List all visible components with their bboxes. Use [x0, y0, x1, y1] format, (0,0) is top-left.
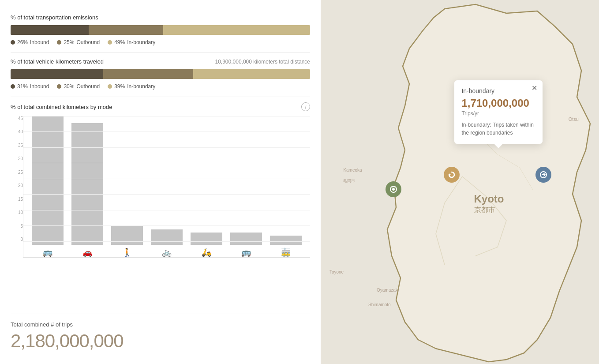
- bar-tram-fill: [270, 236, 302, 245]
- map-label-otsu: Otsu: [569, 116, 579, 122]
- grid-40: [23, 131, 310, 132]
- map-panel: Kyoto 京都市 Kameoka 亀岡市 Toyone Oyamazaki S…: [321, 0, 599, 364]
- vkt-outbound-dot: [57, 84, 61, 89]
- y-label-0: 0: [11, 237, 23, 242]
- grid-15: [23, 210, 310, 210]
- y-label-45: 45: [11, 116, 23, 121]
- bar-bus-icon: 🚌: [43, 248, 52, 257]
- tooltip-unit: Trips/yr: [461, 110, 535, 116]
- outbound-pct: 25%: [64, 39, 74, 45]
- map-label-kameoka-en: Kameoka: [343, 168, 362, 173]
- inboundary-icon: [448, 171, 456, 179]
- map-label-shimamoto: Shimamoto: [368, 302, 391, 307]
- tooltip-popup: ✕ In-boundary 1,710,000,000 Trips/yr In-…: [454, 80, 543, 144]
- inboundary-marker[interactable]: [444, 167, 460, 183]
- bar-car-fill: [71, 123, 103, 245]
- vkt-inbound-label: Inbound: [30, 83, 49, 90]
- bar-moto: 🛵: [187, 116, 226, 257]
- bar-bus: 🚌: [28, 116, 67, 257]
- vkt-inboundary-label: In-boundary: [127, 83, 155, 90]
- vkt-inboundary-dot: [108, 84, 112, 89]
- bar-bike-icon: 🚲: [162, 248, 172, 257]
- outbound-marker[interactable]: [535, 167, 551, 183]
- inbound-icon: [389, 185, 397, 193]
- map-city-label: Kyoto 京都市: [474, 193, 504, 214]
- bars-container: 🚌 🚗 🚶 🚲: [23, 116, 310, 258]
- trips-section: Total combined # of trips 2,180,000,000: [11, 314, 310, 355]
- vkt-inbound-dot: [11, 84, 15, 89]
- inbound-label: Inbound: [30, 39, 49, 45]
- y-label-5: 5: [11, 224, 23, 229]
- map-label-oyamazaki: Oyamazaki: [377, 288, 399, 293]
- tooltip-type: In-boundary: [461, 87, 535, 94]
- emissions-bar: [11, 25, 310, 35]
- vkt-section: % of total vehicle kilometers traveled 1…: [11, 53, 310, 97]
- emissions-outbound-bar: [89, 25, 164, 35]
- bar-tram-icon: 🚋: [281, 248, 291, 257]
- grid-45: [23, 116, 310, 116]
- grid-20: [23, 194, 310, 195]
- tooltip-number: 1,710,000,000: [461, 97, 535, 109]
- emissions-title: % of total transportation emissions: [11, 14, 310, 21]
- legend-inboundary: 49% In-boundary: [108, 39, 155, 45]
- bar-moto-fill: [191, 233, 222, 245]
- vkt-inbound-pct: 31%: [17, 83, 28, 90]
- y-label-25: 25: [11, 170, 23, 175]
- chart-header: % of total combined kilometers by mode i: [11, 102, 310, 111]
- outbound-icon: [539, 171, 547, 179]
- vkt-outbound-pct: 30%: [64, 83, 74, 90]
- bar-bike: 🚲: [147, 116, 187, 257]
- y-label-35: 35: [11, 143, 23, 148]
- bar-car-icon: 🚗: [82, 248, 92, 257]
- chart-section: % of total combined kilometers by mode i…: [11, 97, 310, 314]
- inboundary-dot: [108, 40, 112, 45]
- emissions-section: % of total transportation emissions 26% …: [11, 9, 310, 53]
- y-label-40: 40: [11, 130, 23, 134]
- emissions-inbound-bar: [11, 25, 89, 35]
- inbound-dot: [11, 40, 15, 45]
- bar-walk-fill: [111, 226, 143, 245]
- inboundary-pct: 49%: [114, 39, 125, 45]
- vkt-inboundary-pct: 39%: [114, 83, 125, 90]
- vkt-outbound-bar: [103, 69, 193, 79]
- bar-moto-icon: 🛵: [202, 248, 211, 257]
- bar-bus2: 🚌: [226, 116, 266, 257]
- tooltip-close-button[interactable]: ✕: [532, 85, 537, 92]
- svg-point-8: [392, 188, 395, 191]
- bar-tram: 🚋: [266, 116, 306, 257]
- vkt-inbound-bar: [11, 69, 103, 79]
- bar-walk-icon: 🚶: [122, 248, 132, 257]
- vkt-legend-outbound: 30% Outbound: [57, 83, 100, 90]
- trips-number: 2,180,000,000: [11, 330, 310, 352]
- inbound-pct: 26%: [17, 39, 28, 45]
- grid-25: [23, 179, 310, 179]
- city-name-jp: 京都市: [474, 206, 504, 214]
- map-label-kameoka-jp: 亀岡市: [343, 178, 355, 184]
- tooltip-arrow: [494, 144, 503, 148]
- y-axis: 45 40 35 30 25 20 15 10 5 0: [11, 116, 23, 258]
- emissions-legend: 26% Inbound 25% Outbound 49% In-boundary: [11, 39, 310, 45]
- bar-bus2-icon: 🚌: [241, 248, 251, 257]
- grid-30: [23, 163, 310, 163]
- left-panel: % of total transportation emissions 26% …: [0, 0, 321, 364]
- vkt-inboundary-bar: [193, 69, 310, 79]
- bar-bike-fill: [151, 229, 183, 245]
- outbound-dot: [57, 40, 61, 45]
- bar-car: 🚗: [67, 116, 107, 257]
- inbound-marker[interactable]: [386, 181, 401, 197]
- outbound-label: Outbound: [76, 39, 100, 45]
- grid-5: [23, 241, 310, 242]
- tooltip-description: In-boundary: Trips taken within the regi…: [461, 121, 535, 137]
- vkt-title: % of total vehicle kilometers traveled: [11, 58, 104, 65]
- vkt-bar: [11, 69, 310, 79]
- map-svg: [321, 0, 599, 364]
- bar-bus2-fill: [230, 233, 262, 245]
- y-label-30: 30: [11, 157, 23, 161]
- info-icon[interactable]: i: [301, 102, 310, 111]
- grid-10: [23, 225, 310, 226]
- emissions-inboundary-bar: [163, 25, 310, 35]
- vkt-header: % of total vehicle kilometers traveled 1…: [11, 58, 310, 65]
- legend-outbound: 25% Outbound: [57, 39, 100, 45]
- chart-wrapper: 45 40 35 30 25 20 15 10 5 0: [11, 116, 310, 258]
- y-label-10: 10: [11, 210, 23, 215]
